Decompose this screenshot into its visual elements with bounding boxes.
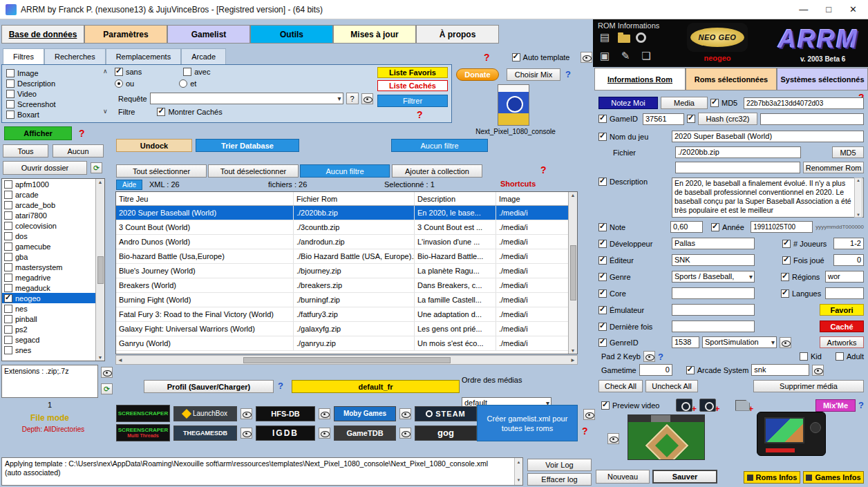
- system-checkbox[interactable]: [4, 242, 12, 251]
- system-checkbox[interactable]: [4, 263, 12, 271]
- sans-checkbox[interactable]: [115, 68, 123, 76]
- genreid-field[interactable]: 1538: [672, 336, 699, 348]
- column-header[interactable]: Titre Jeu: [116, 192, 294, 205]
- video-camera-icon[interactable]: [676, 399, 692, 412]
- donate-button[interactable]: Donate: [456, 68, 499, 81]
- checkbox[interactable]: [6, 111, 15, 119]
- table-hscrollbar[interactable]: ◄►: [115, 355, 578, 365]
- aucun-filtre-top-button[interactable]: Aucun filtre: [391, 139, 488, 152]
- system-checkbox[interactable]: [4, 211, 12, 220]
- system-checkbox[interactable]: [4, 222, 12, 230]
- system-list-item[interactable]: mastersystem: [2, 262, 95, 272]
- langues-field[interactable]: [825, 287, 864, 299]
- filter-help-icon[interactable]: ?: [484, 52, 490, 63]
- effacer-log-button[interactable]: Effacer log: [527, 473, 592, 486]
- system-list-item[interactable]: gba: [2, 251, 95, 262]
- system-list-item[interactable]: gamecube: [2, 241, 95, 251]
- et-radio[interactable]: [179, 79, 187, 88]
- table-row[interactable]: 2020 Super Baseball (World) ./2020bb.zip…: [116, 206, 568, 220]
- media-filter-checkbox[interactable]: Video: [6, 88, 89, 99]
- sub-tab[interactable]: Filtres: [3, 48, 44, 64]
- genre-select[interactable]: Sports / Baseball,: [672, 271, 755, 283]
- video-camera-icon-2[interactable]: [699, 399, 716, 412]
- emulateur-checkbox[interactable]: [598, 306, 607, 314]
- voir-log-button[interactable]: Voir Log: [527, 459, 592, 471]
- table-row[interactable]: Galaxy Fight: Universal Warriors (World)…: [116, 322, 568, 336]
- games-infos-button[interactable]: Games Infos: [803, 471, 864, 484]
- sauver-button[interactable]: Sauver: [652, 470, 717, 484]
- auto-template-checkbox[interactable]: [512, 53, 520, 61]
- profil-help-icon[interactable]: ?: [278, 381, 283, 391]
- gametime-field[interactable]: 0: [639, 364, 672, 376]
- gamelist-help-icon[interactable]: ?: [582, 426, 588, 437]
- close-icon[interactable]: ✕: [849, 4, 857, 15]
- gametdb-eye-icon[interactable]: [399, 428, 411, 439]
- arcade-system-checkbox[interactable]: [686, 366, 695, 374]
- nouveau-button[interactable]: Nouveau: [596, 470, 650, 484]
- profil-button[interactable]: Profil (Sauver/Charger): [144, 380, 274, 393]
- extensions-box[interactable]: Extensions : .zip;.7z: [1, 365, 98, 398]
- screenscraper-button[interactable]: SCREENSCRAPER: [116, 405, 170, 422]
- afficher-button[interactable]: Afficher: [4, 126, 72, 140]
- editeur-checkbox[interactable]: [598, 256, 607, 265]
- table-row[interactable]: Andro Dunos (World) ./androdun.zip L'inv…: [116, 235, 568, 249]
- copy-icon[interactable]: ❏: [639, 50, 654, 62]
- uncheck-all-button[interactable]: Uncheck All: [645, 380, 698, 392]
- editeur-field[interactable]: SNK: [672, 254, 755, 266]
- screenscraper-mt-button[interactable]: SCREENSCRAPER Multi Threads: [116, 424, 170, 441]
- mobygames-button[interactable]: Moby Games: [334, 406, 396, 421]
- collection-help-icon[interactable]: ?: [540, 164, 547, 175]
- undock-button[interactable]: Undock: [116, 139, 192, 152]
- aucun-button[interactable]: Aucun: [53, 144, 104, 157]
- table-row[interactable]: Breakers (World) ./breakers.zip Dans Bre…: [116, 278, 568, 293]
- system-checkbox[interactable]: [4, 191, 12, 199]
- favori-button[interactable]: Favori: [820, 304, 864, 316]
- description-checkbox[interactable]: [598, 178, 607, 186]
- system-checkbox[interactable]: [4, 336, 12, 344]
- table-vscrollbar[interactable]: ▲▼: [568, 192, 577, 354]
- auto-template-eye-icon[interactable]: [581, 52, 592, 63]
- md5-field[interactable]: 22b7bb3a213dd4072d03: [744, 97, 864, 109]
- gameid-field[interactable]: 37561: [643, 113, 684, 125]
- hash-crc32-button[interactable]: Hash (crc32): [698, 113, 757, 125]
- profil-value[interactable]: default_fr: [292, 380, 460, 393]
- media-button[interactable]: Media: [661, 97, 708, 109]
- regions-field[interactable]: wor: [825, 271, 864, 283]
- adult-checkbox[interactable]: [836, 352, 844, 361]
- scroll-up-icon[interactable]: ∧: [103, 68, 108, 75]
- extensions-refresh-icon[interactable]: ⟳: [101, 383, 113, 394]
- gear-icon[interactable]: [636, 32, 646, 43]
- igdb-eye-icon[interactable]: [319, 428, 330, 439]
- edit-pencil-icon[interactable]: ✎: [618, 50, 633, 62]
- derniere-fois-field[interactable]: [672, 321, 755, 332]
- artworks-button[interactable]: Artworks: [820, 336, 864, 348]
- system-checkbox[interactable]: [4, 305, 12, 313]
- description-scrollbar[interactable]: ▲▼: [854, 178, 862, 218]
- launchbox-button[interactable]: LaunchBox: [173, 406, 237, 421]
- emulateur-field[interactable]: [672, 304, 755, 316]
- liste-caches-button[interactable]: Liste Cachés: [377, 80, 448, 91]
- requete-help-button[interactable]: ?: [346, 93, 359, 104]
- requete-eye-icon[interactable]: [361, 93, 373, 104]
- annee-field[interactable]: 19911025T00: [751, 221, 813, 233]
- shortcuts-link[interactable]: Shortcuts: [500, 180, 536, 188]
- renommer-rom-button[interactable]: Renommer Rom: [803, 162, 864, 173]
- roms-infos-button[interactable]: Roms Infos: [744, 471, 800, 484]
- gameid-checkbox[interactable]: [598, 115, 607, 123]
- status-scrollbar[interactable]: ▲▼: [514, 458, 522, 485]
- system-list-item[interactable]: segacd: [2, 334, 95, 345]
- system-checkbox[interactable]: [4, 325, 12, 334]
- refresh-folders-icon[interactable]: ⟳: [91, 162, 102, 173]
- creer-gamelist-button[interactable]: Créer gamelist.xml pour toutes les roms: [477, 405, 578, 441]
- table-row[interactable]: Bio-hazard Battle (Usa,Europe) ./Bio Haz…: [116, 249, 568, 264]
- system-checkbox[interactable]: [4, 180, 12, 189]
- system-list-item[interactable]: nes: [2, 303, 95, 314]
- system-list-item[interactable]: colecovision: [2, 220, 95, 231]
- fichier-rename-field[interactable]: [675, 162, 801, 173]
- export-image-icon[interactable]: ▤: [597, 31, 612, 44]
- gametdb-button[interactable]: GameTDB: [334, 426, 396, 441]
- sub-tab[interactable]: Remplacements: [106, 48, 181, 64]
- nom-checkbox[interactable]: [598, 133, 607, 141]
- fichier-field[interactable]: ./2020bb.zip: [675, 146, 801, 158]
- tout-deselectionner-button[interactable]: Tout déselectionner: [208, 164, 299, 178]
